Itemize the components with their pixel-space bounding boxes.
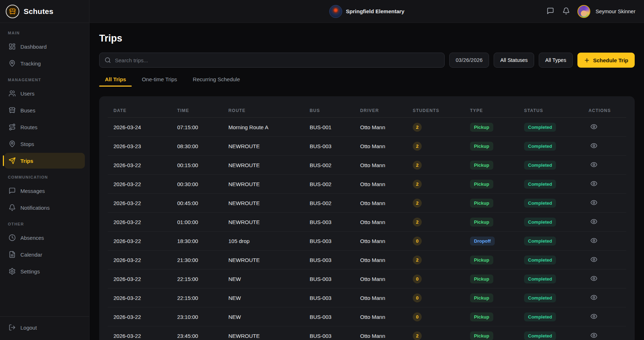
view-trip-button[interactable]: [589, 141, 599, 151]
cell-driver: Otto Mann: [360, 238, 413, 244]
type-badge: Pickup: [470, 161, 493, 170]
view-trip-button[interactable]: [589, 236, 599, 246]
sidebar-item-routes[interactable]: Routes: [4, 119, 85, 135]
status-filter[interactable]: All Statuses: [494, 53, 534, 68]
type-badge: Pickup: [470, 312, 493, 321]
eye-icon: [590, 237, 597, 245]
view-trip-button[interactable]: [589, 198, 599, 208]
sidebar-item-absences[interactable]: Absences: [4, 230, 85, 246]
logout-button[interactable]: Logout: [4, 320, 85, 335]
view-trip-button[interactable]: [589, 122, 599, 132]
cell-actions: [589, 198, 626, 208]
view-trip-button[interactable]: [589, 312, 599, 322]
view-trip-button[interactable]: [589, 179, 599, 189]
route-icon: [9, 123, 16, 131]
cell-status: Completed: [524, 199, 589, 208]
cell-status: Completed: [524, 180, 589, 189]
cell-bus: BUS-003: [310, 257, 360, 263]
type-filter[interactable]: All Types: [539, 53, 573, 68]
students-count-badge: 0: [413, 275, 422, 283]
trips-table-card: DATETIMEROUTEBUSDRIVERSTUDENTSTYPESTATUS…: [99, 96, 635, 340]
sidebar-section-label: OTHER: [4, 222, 85, 226]
cell-bus: BUS-003: [310, 238, 360, 244]
schedule-trip-button[interactable]: Schedule Trip: [577, 53, 635, 68]
user-avatar[interactable]: [577, 5, 590, 18]
cell-actions: [589, 141, 626, 151]
tab-recurring-schedule[interactable]: Recurring Schedule: [187, 76, 246, 87]
cell-status: Completed: [524, 256, 589, 264]
cell-route: NEW: [228, 295, 310, 301]
sidebar-item-messages[interactable]: Messages: [4, 183, 85, 199]
view-trip-button[interactable]: [589, 160, 599, 170]
type-badge: Pickup: [470, 123, 493, 132]
cell-date: 2026-03-22: [113, 162, 177, 168]
cell-time: 08:30:00: [177, 143, 228, 149]
column-header: TIME: [177, 108, 228, 113]
cell-status: Completed: [524, 237, 589, 246]
sidebar-item-trips[interactable]: Trips: [4, 153, 85, 169]
cell-time: 00:30:00: [177, 181, 228, 187]
cell-students: 0: [413, 312, 470, 321]
students-count-badge: 2: [413, 199, 422, 208]
view-trip-button[interactable]: [589, 217, 599, 227]
cell-driver: Otto Mann: [360, 314, 413, 320]
sidebar-item-notifications[interactable]: Notifications: [4, 200, 85, 215]
sidebar-item-label: Dashboard: [20, 44, 47, 50]
tab-all-trips[interactable]: All Trips: [99, 76, 132, 87]
students-count-badge: 0: [413, 293, 422, 302]
view-trip-button[interactable]: [589, 331, 599, 340]
type-badge: Pickup: [470, 142, 493, 151]
sidebar-item-dashboard[interactable]: Dashboard: [4, 39, 85, 54]
notifications-button[interactable]: [562, 6, 571, 16]
sidebar-item-label: Routes: [20, 124, 38, 130]
sidebar-item-buses[interactable]: Buses: [4, 102, 85, 118]
school-logo: [329, 5, 342, 18]
message-icon: [547, 7, 554, 16]
cell-driver: Otto Mann: [360, 162, 413, 168]
table-row: 2026-03-2222:15:00NEWBUS-003Otto Mann0Pi…: [108, 288, 626, 307]
students-count-badge: 0: [413, 312, 422, 321]
cell-bus: BUS-003: [310, 333, 360, 339]
status-badge: Completed: [524, 142, 556, 151]
cell-type: Pickup: [470, 123, 524, 132]
sidebar: Schutes MAINDashboardTrackingMANAGEMENTU…: [0, 0, 89, 340]
sidebar-item-label: Messages: [20, 188, 45, 194]
sidebar-item-label: Tracking: [20, 60, 41, 67]
bus-icon: [9, 107, 16, 114]
cell-route: NEWROUTE: [228, 219, 310, 225]
date-filter[interactable]: 03/26/2026: [449, 53, 489, 68]
cell-time: 07:15:00: [177, 124, 228, 130]
sidebar-item-stops[interactable]: Stops: [4, 136, 85, 152]
page-title: Trips: [99, 33, 635, 44]
cell-type: Pickup: [470, 161, 524, 170]
search-icon: [105, 57, 111, 63]
eye-icon: [590, 199, 597, 207]
messages-button[interactable]: [546, 6, 555, 16]
cell-route: NEWROUTE: [228, 162, 310, 168]
cell-route: NEWROUTE: [228, 200, 310, 206]
status-badge: Completed: [524, 256, 556, 264]
cell-students: 2: [413, 142, 470, 151]
school-selector[interactable]: Springfield Elementary: [329, 5, 404, 18]
view-trip-button[interactable]: [589, 274, 599, 284]
gear-icon: [9, 268, 16, 275]
column-header: DATE: [113, 108, 177, 113]
view-trip-button[interactable]: [589, 293, 599, 303]
cell-route: NEWROUTE: [228, 143, 310, 149]
status-badge: Completed: [524, 237, 556, 246]
tab-one-time-trips[interactable]: One-time Trips: [136, 76, 183, 87]
cell-date: 2026-03-22: [113, 276, 177, 282]
schedule-trip-label: Schedule Trip: [593, 57, 628, 63]
cell-bus: BUS-003: [310, 314, 360, 320]
view-trip-button[interactable]: [589, 255, 599, 265]
table-row: 2026-03-2308:30:00NEWROUTEBUS-003Otto Ma…: [108, 137, 626, 156]
cell-students: 0: [413, 275, 470, 283]
sidebar-item-settings[interactable]: Settings: [4, 263, 85, 279]
sidebar-item-users[interactable]: Users: [4, 86, 85, 101]
sidebar-item-tracking[interactable]: Tracking: [4, 55, 85, 71]
cell-actions: [589, 293, 626, 303]
search-input[interactable]: [115, 57, 439, 63]
cell-date: 2026-03-22: [113, 219, 177, 225]
clock-icon: [9, 234, 16, 241]
sidebar-item-calendar[interactable]: Calendar: [4, 247, 85, 262]
